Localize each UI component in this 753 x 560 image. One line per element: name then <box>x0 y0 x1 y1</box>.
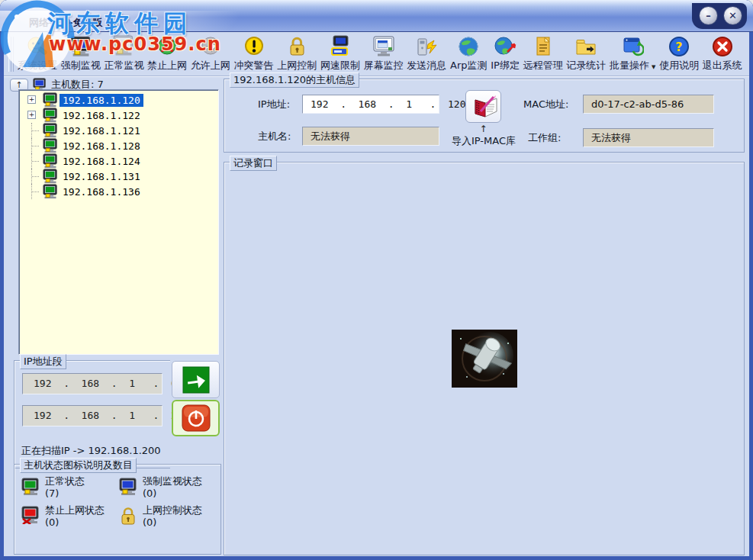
host-info-title: 192.168.1.120的主机信息 <box>230 72 359 88</box>
start-scan-button[interactable] <box>172 361 220 398</box>
toolbar-button-label: 远程管理 <box>523 59 563 72</box>
close-button[interactable]: ✕ <box>723 6 742 25</box>
toolbar-button-force-monitor[interactable]: 强制监视 <box>60 34 101 74</box>
expand-plus-icon[interactable]: + <box>27 95 36 104</box>
ip-range-start-field[interactable]: 192 . 168 . 1 . 0 <box>22 373 163 394</box>
tree-gutter <box>21 123 41 138</box>
power-stop-icon <box>182 404 211 432</box>
tree-item-ip[interactable]: 192.168.1.121 <box>60 124 143 137</box>
toolbar-button-internet-control[interactable]: 上网控制 <box>276 34 317 74</box>
toolbar-button-help[interactable]: ?使用说明 <box>658 34 700 74</box>
tree-item[interactable]: 192.168.1.121 <box>21 123 217 138</box>
minimize-button[interactable]: – <box>699 6 718 25</box>
hostname-label: 主机名: <box>258 130 291 143</box>
tree-line <box>32 146 39 146</box>
legend-count: (0) <box>143 517 202 529</box>
toolbar-button-system-settings[interactable]: 系统设置 <box>17 34 58 74</box>
monitor-green-icon <box>41 108 60 123</box>
legend-label: 正常状态 <box>45 475 85 488</box>
toolbar-button-normal-monitor[interactable]: 正常监视 <box>103 34 144 74</box>
legend-count: (0) <box>143 488 202 500</box>
message-icon <box>415 35 438 58</box>
window-title: 网络智豹-免费版 6.1 <box>29 16 124 30</box>
expand-plus-icon[interactable]: + <box>27 111 36 119</box>
toolbar-button-label: Arp监测 <box>450 59 488 72</box>
toolbar-button-exit[interactable]: 退出系统 <box>702 34 743 74</box>
toolbar-button-block-internet[interactable]: 禁止上网 <box>146 34 188 74</box>
toolbar-items: 系统设置强制监视正常监视禁止上网允许上网冲突警告上网控制网速限制屏幕监控发送消息… <box>17 34 743 74</box>
toolbar: 系统设置强制监视正常监视禁止上网允许上网冲突警告上网控制网速限制屏幕监控发送消息… <box>4 32 749 76</box>
legend-label: 上网控制状态 <box>143 504 202 517</box>
import-label: 导入IP-MAC库 <box>447 134 520 148</box>
toolbar-button-record-stats[interactable]: 记录统计 <box>565 34 607 74</box>
toolbar-button-conflict-warning[interactable]: 冲突警告 <box>233 34 275 74</box>
tree-item-ip[interactable]: 192.168.1.120 <box>60 94 143 107</box>
toolbar-button-label: 禁止上网 <box>147 59 187 72</box>
toolbar-button-batch-ops[interactable]: 批量操作▼ <box>609 34 656 74</box>
toolbar-button-send-message[interactable]: 发送消息 <box>406 34 447 74</box>
record-window-group: 记录窗口 <box>224 162 745 555</box>
monitor-green-icon <box>41 169 60 184</box>
ip-range-title: IP地址段 <box>20 354 66 369</box>
tree-item[interactable]: 192.168.1.128 <box>21 138 217 153</box>
dropdown-caret-icon[interactable]: ▼ <box>652 62 655 72</box>
toolbar-button-arp-monitor[interactable]: Arp监测 <box>449 34 488 74</box>
app-window: 网络智豹-免费版 6.1 – ✕ 系统设置强制监视正常监视禁止上网允许上网冲突警… <box>0 0 753 560</box>
tree-line <box>32 161 39 162</box>
ip-range-end-field[interactable]: 192 . 168 . 1 . 255 <box>22 405 163 426</box>
tree-line <box>32 191 39 192</box>
monitor-gray-icon <box>112 35 135 58</box>
warning-icon <box>243 35 265 58</box>
svg-text:?: ? <box>675 40 682 54</box>
import-arrow: ↑ <box>465 124 501 134</box>
legend-item: 强制监视状态(0) <box>118 475 216 500</box>
monitor-green-icon <box>41 92 60 108</box>
tree-item-ip[interactable]: 192.168.1.124 <box>60 155 143 168</box>
toolbar-button-speed-limit[interactable]: 网速限制 <box>320 34 361 74</box>
workgroup-label: 工作组: <box>528 131 561 145</box>
tree-item-ip[interactable]: 192.168.1.122 <box>60 109 143 122</box>
tree-item[interactable]: +192.168.1.122 <box>21 108 217 123</box>
tree-item[interactable]: 192.168.1.131 <box>21 169 217 184</box>
toolbar-button-label: 网速限制 <box>320 59 360 72</box>
monitor-green-icon <box>21 477 40 497</box>
legend-count: (0) <box>45 517 105 529</box>
allow-icon <box>199 35 222 58</box>
toolbar-button-allow-internet[interactable]: 允许上网 <box>190 34 231 74</box>
tree-item-ip[interactable]: 192.168.1.131 <box>60 170 143 183</box>
monitor-green-icon <box>41 138 60 153</box>
monitor-blue-icon <box>69 35 92 58</box>
lock-icon <box>285 35 308 58</box>
import-ip-mac-button[interactable] <box>465 90 501 123</box>
host-tree: +192.168.1.120+192.168.1.122192.168.1.12… <box>18 89 219 355</box>
satellite-image <box>452 330 517 388</box>
toolbar-grip[interactable] <box>8 37 14 72</box>
toolbar-button-label: 使用说明 <box>659 59 699 72</box>
monitor-green-icon <box>41 184 60 199</box>
toolbar-button-label: 强制监视 <box>61 59 101 72</box>
tree-item[interactable]: 192.168.1.124 <box>21 153 217 169</box>
green-arrow-icon <box>182 366 210 394</box>
tree-item-ip[interactable]: 192.168.1.136 <box>60 185 143 198</box>
stop-scan-button[interactable] <box>172 400 220 436</box>
legend-label: 强制监视状态 <box>143 475 202 488</box>
toolbar-button-label: 正常监视 <box>104 59 143 72</box>
scan-status-text: 正在扫描IP -> 192.168.1.200 <box>21 444 161 458</box>
toolbar-button-ip-binding[interactable]: IP绑定 <box>490 34 520 74</box>
tree-item-ip[interactable]: 192.168.1.128 <box>60 140 143 153</box>
ban-icon <box>156 35 179 58</box>
tree-item[interactable]: +192.168.1.120 <box>21 92 217 108</box>
record-window-title: 记录窗口 <box>230 156 277 171</box>
tree-gutter <box>21 138 41 153</box>
padlock-icon <box>118 506 138 526</box>
ip-input[interactable]: 192 . 168 . 1 . 120 <box>302 95 439 114</box>
tree-gutter: + <box>21 92 41 108</box>
tree-item[interactable]: 192.168.1.136 <box>21 184 217 199</box>
mac-label: MAC地址: <box>523 98 568 111</box>
toolbar-button-screen-monitor[interactable]: 屏幕监控 <box>363 34 404 74</box>
toolbar-button-remote-manage[interactable]: 远程管理 <box>523 34 564 74</box>
tree-line <box>32 176 39 177</box>
folder-icon <box>574 35 597 58</box>
client-area: 系统设置强制监视正常监视禁止上网允许上网冲突警告上网控制网速限制屏幕监控发送消息… <box>4 32 749 556</box>
settings-icon <box>26 35 49 58</box>
